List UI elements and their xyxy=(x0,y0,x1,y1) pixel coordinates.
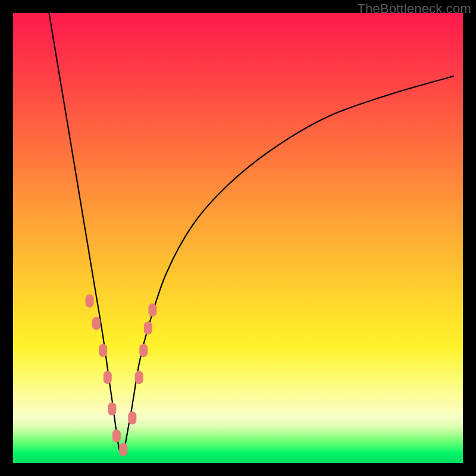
data-marker xyxy=(92,317,101,330)
data-marker xyxy=(108,402,116,415)
data-marker xyxy=(112,430,121,443)
data-marker xyxy=(139,344,148,357)
data-marker xyxy=(99,344,107,357)
bottleneck-plot xyxy=(13,13,463,463)
data-marker xyxy=(148,303,156,317)
data-marker xyxy=(128,411,136,424)
data-marker xyxy=(104,371,112,384)
chart-frame: TheBottleneck.com xyxy=(0,0,476,476)
data-marker xyxy=(119,443,127,456)
bottleneck-curve xyxy=(49,13,453,454)
data-marker xyxy=(144,321,152,334)
data-marker xyxy=(86,295,94,308)
data-marker xyxy=(135,371,143,384)
plot-area xyxy=(13,13,463,463)
